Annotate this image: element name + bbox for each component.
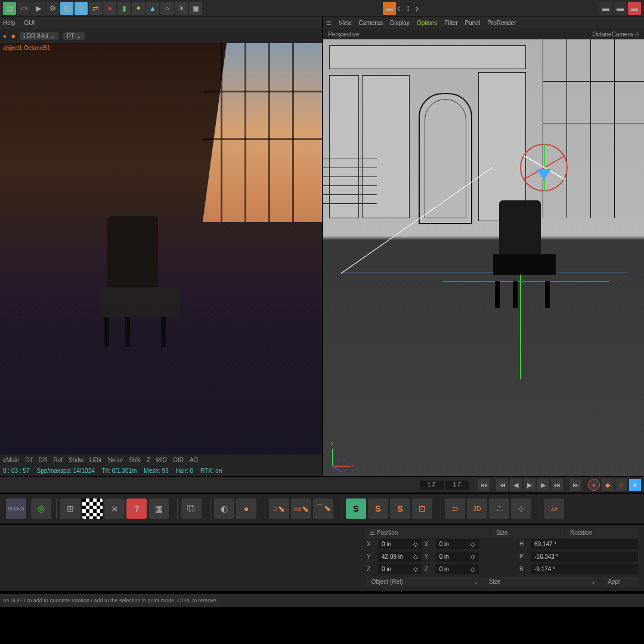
aov-main[interactable]: eMain [3,457,19,463]
render-stats: 0 : 03 : 57 Spp/maxspp: 14/1024 Tri: 0/1… [0,465,322,476]
snap-s3-icon[interactable]: S [390,499,410,519]
autokey-icon[interactable]: ○ [615,479,627,491]
prev-key-icon[interactable]: ⏮ [496,479,508,491]
rot-p-field[interactable]: -16.342 ° [531,552,638,562]
select-lasso-icon[interactable]: ⌒⬊ [313,499,333,519]
menu-prorender[interactable]: ProRender [487,20,516,26]
next-key-icon[interactable]: ⏭ [551,479,563,491]
camera-label: OctaneCamera ⊹ [592,31,639,38]
layout1-icon[interactable]: ▬ [599,2,612,15]
shuffle-icon[interactable]: ⤨ [104,499,125,519]
layers-icon[interactable]: ▤ [3,2,16,15]
swap-icon[interactable]: ⇄ [89,2,102,15]
stat-tri: 0/1.301m [112,467,137,474]
3d-snap-icon[interactable]: 3D [467,499,487,519]
pt-dropdown[interactable]: PT ⌄ [63,32,84,40]
frame-start[interactable]: 1 F [420,481,444,490]
select-circle-icon[interactable]: ○⬊ [269,499,289,519]
aov-oid[interactable]: OID [173,457,184,463]
menu-display[interactable]: Display [390,20,410,26]
record-icon[interactable]: ● [588,479,600,491]
aov-z[interactable]: Z [147,457,150,463]
pos-y-field[interactable]: 42.09 in◇ [378,552,422,562]
cube-icon[interactable]: ◧ [60,2,73,15]
snap-opt1-icon[interactable]: ∴ [489,499,509,519]
blend-tool-icon[interactable]: BLEND [6,499,26,519]
select-rect-icon[interactable]: ▭⬊ [291,499,311,519]
aov-lidir[interactable]: LiDir [89,457,102,463]
snap-opt2-icon[interactable]: ⊹ [511,499,531,519]
tri-icon[interactable]: ▲ [146,2,159,15]
hierarchy-icon[interactable]: ⊞ [60,499,80,519]
aov-dif[interactable]: Dif [25,457,32,463]
menu-panel[interactable]: Panel [465,20,481,26]
play-icon[interactable]: ▶ [32,2,45,15]
next-frame-icon[interactable]: ▶ [537,479,549,491]
pos-x-field[interactable]: 0 in◇ [378,539,422,549]
rotation-gizmo[interactable] [520,144,568,191]
size-mode-dropdown[interactable]: Size⌄ [484,577,600,587]
keyframe-icon[interactable]: ◆ [602,479,614,491]
axis-indicator: y x z [332,443,356,467]
light-icon[interactable]: ☀ [175,2,188,15]
ldr-dropdown[interactable]: LDR 8-bit ⌄ [20,32,58,40]
cylinder-icon[interactable]: ▮ [117,2,131,15]
menu-filter[interactable]: Filter [444,20,457,26]
doc-icon[interactable]: ▯ [406,4,410,12]
snap-s4-icon[interactable]: ⊡ [412,499,432,519]
aov-shn[interactable]: ShN [129,457,140,463]
stat-time: 0 : 03 : 57 [3,467,29,474]
aov-difi[interactable]: DifI [38,457,47,463]
aov-ref[interactable]: Ref [53,457,63,463]
checker-icon[interactable] [82,499,103,519]
size-z-field[interactable]: 0 in◇ [436,564,479,574]
layout2-icon[interactable]: ▬ [614,2,627,15]
ball-icon[interactable]: ● [103,2,116,15]
play-icon[interactable]: ▶ [524,479,535,491]
workplane-icon[interactable]: ▱ [544,499,564,519]
ring-icon[interactable]: ◎ [75,2,88,15]
aov-ao[interactable]: AO [190,457,198,463]
help-menu[interactable]: Help [3,20,16,26]
circle-icon[interactable]: ○ [160,2,174,15]
pos-z-field[interactable]: 0 in◇ [378,564,422,574]
menu-cameras[interactable]: Cameras [359,20,383,26]
prev-frame-icon[interactable]: ◀ [510,479,522,491]
menu-view[interactable]: View [339,20,352,26]
aov-noise[interactable]: Noise [108,457,123,463]
object-mode-dropdown[interactable]: Object (Rel)⌄ [366,577,482,587]
tool-b-icon[interactable]: ● [236,499,256,519]
window-icon[interactable]: ▭ [17,2,30,15]
magnet-icon[interactable]: ⊃ [445,499,465,519]
tool-a-icon[interactable]: ◐ [214,499,234,519]
gui-menu[interactable]: GUI [24,20,35,26]
add-key-icon[interactable]: + [629,479,641,491]
forward-arrow-icon[interactable]: › [416,3,419,14]
render-view[interactable]: object1.OctaneB1 [0,43,322,454]
viewport[interactable]: y x z [323,39,644,476]
snap-s2-icon[interactable]: S [368,499,388,519]
snap-s1-icon[interactable]: S [346,499,366,519]
aov-shdw[interactable]: Shdw [69,457,83,463]
folder-icon[interactable]: ▬ [383,2,396,15]
gear-icon[interactable]: ⚙ [46,2,59,15]
size-y-field[interactable]: 0 in◇ [436,552,479,562]
camera-icon[interactable]: ▣ [189,2,202,15]
rot-b-field[interactable]: -9.174 ° [531,564,638,574]
layout3-icon[interactable]: ▬ [628,2,641,15]
grid-tool-icon[interactable]: ▦ [148,499,169,519]
frame-end[interactable]: 1 F [445,481,469,490]
aov-mid[interactable]: MID [156,457,167,463]
goto-start-icon[interactable]: ⏮ [478,479,490,491]
apply-button[interactable]: Appl [603,577,638,587]
star-icon[interactable]: ✦ [132,2,145,15]
hamburger-icon[interactable]: ☰ [326,20,332,26]
goto-end-icon[interactable]: ⏭ [569,479,581,491]
back-arrow-icon[interactable]: ‹ [397,3,400,14]
ring-tool-icon[interactable]: ◎ [31,499,51,519]
rot-h-field[interactable]: 60.147 ° [531,539,638,549]
copy-icon[interactable]: ⿻ [181,499,202,519]
help-tool-icon[interactable]: ? [126,499,147,519]
size-x-field[interactable]: 0 in◇ [436,539,479,549]
menu-options[interactable]: Options [417,20,437,26]
